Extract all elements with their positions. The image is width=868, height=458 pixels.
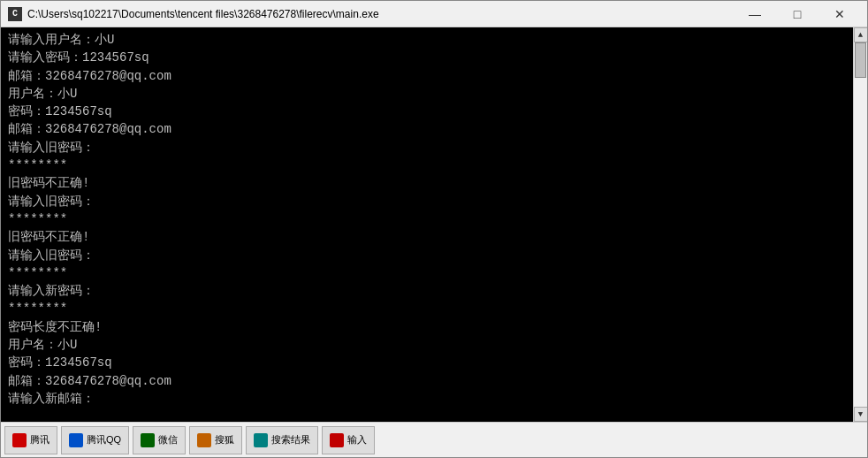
terminal-line: 密码长度不正确!: [8, 318, 846, 336]
taskbar: 腾讯腾讯QQ微信搜狐搜索结果输入: [1, 422, 867, 457]
terminal-line: 邮箱：3268476278@qq.com: [8, 120, 846, 138]
terminal-line: ********: [8, 210, 846, 228]
taskbar-item[interactable]: 输入: [322, 426, 375, 454]
taskbar-item[interactable]: 腾讯QQ: [61, 426, 129, 454]
terminal-line: 请输入新密码：: [8, 282, 846, 300]
minimize-button[interactable]: —: [735, 1, 775, 27]
maximize-button[interactable]: □: [777, 1, 818, 27]
taskbar-item-icon: [69, 433, 83, 447]
taskbar-item-label: 搜索结果: [271, 433, 310, 447]
app-icon: C: [8, 7, 22, 21]
taskbar-item-icon: [254, 433, 268, 447]
scrollbar-thumb[interactable]: [855, 42, 866, 78]
scroll-up-arrow[interactable]: ▲: [854, 27, 868, 42]
taskbar-item-icon: [197, 433, 211, 447]
terminal-line: 请输入密码：1234567sq: [8, 49, 846, 66]
terminal-line: 用户名：小U: [8, 336, 846, 354]
scrollbar-vertical[interactable]: ▲ ▼: [853, 27, 867, 422]
terminal-line: 旧密码不正确!: [8, 228, 846, 246]
close-button[interactable]: ✕: [819, 1, 860, 27]
window-title: C:\Users\sq102217\Documents\tencent file…: [27, 8, 735, 20]
terminal-wrapper: 请输入用户名：小U请输入密码：1234567sq邮箱：3268476278@qq…: [1, 27, 867, 422]
scrollbar-track: [854, 42, 867, 407]
title-bar: C C:\Users\sq102217\Documents\tencent fi…: [1, 1, 867, 27]
taskbar-item[interactable]: 搜狐: [189, 426, 242, 454]
taskbar-item-label: 微信: [158, 433, 178, 447]
terminal-line: 旧密码不正确!: [8, 174, 846, 192]
taskbar-item-label: 腾讯: [30, 433, 49, 447]
terminal-line: 请输入旧密码：: [8, 193, 846, 210]
terminal-line: ********: [8, 156, 846, 174]
terminal-line: ********: [8, 300, 846, 317]
terminal-line: 密码：1234567sq: [8, 354, 846, 371]
terminal-line: 请输入旧密码：: [8, 247, 846, 264]
taskbar-item[interactable]: 搜索结果: [246, 426, 318, 454]
taskbar-item-icon: [330, 433, 344, 447]
taskbar-item-label: 输入: [347, 433, 367, 447]
terminal-line: 邮箱：3268476278@qq.com: [8, 67, 846, 85]
taskbar-item[interactable]: 微信: [133, 426, 186, 454]
window: C C:\Users\sq102217\Documents\tencent fi…: [0, 0, 868, 458]
scroll-down-arrow[interactable]: ▼: [854, 407, 868, 422]
terminal-line: ********: [8, 264, 846, 282]
terminal-line: 邮箱：3268476278@qq.com: [8, 372, 846, 390]
taskbar-item-label: 腾讯QQ: [87, 433, 121, 447]
terminal-output[interactable]: 请输入用户名：小U请输入密码：1234567sq邮箱：3268476278@qq…: [1, 27, 853, 422]
taskbar-item[interactable]: 腾讯: [4, 426, 57, 454]
terminal-line: 密码：1234567sq: [8, 103, 846, 120]
taskbar-item-icon: [141, 433, 155, 447]
taskbar-item-icon: [12, 433, 27, 447]
window-controls: — □ ✕: [735, 1, 860, 27]
taskbar-item-label: 搜狐: [215, 433, 234, 447]
terminal-line: 请输入用户名：小U: [8, 31, 846, 49]
terminal-line: 用户名：小U: [8, 85, 846, 103]
terminal-line: 请输入旧密码：: [8, 139, 846, 156]
terminal-line: 请输入新邮箱：: [8, 390, 846, 408]
